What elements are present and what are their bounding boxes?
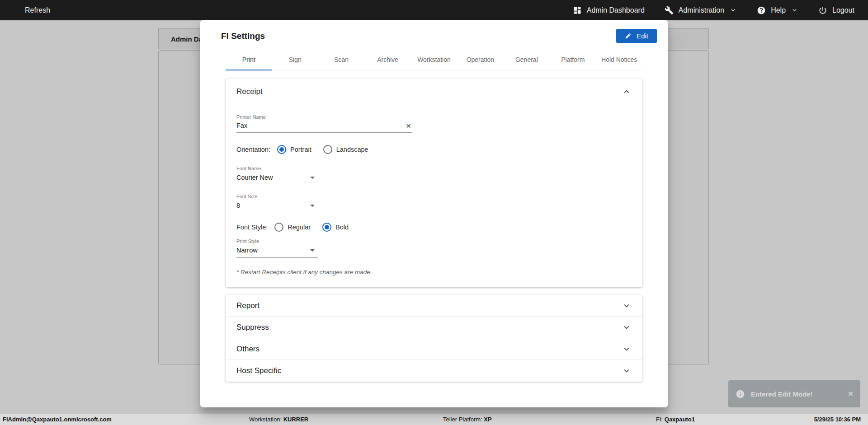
administration-label: Administration (679, 6, 724, 14)
printer-name-value: Fax (236, 122, 247, 129)
logout-button[interactable]: Logout (818, 6, 854, 15)
collapsed-sections-panel: Report Suppress Others Host Specific (226, 295, 642, 382)
tab-operation[interactable]: Operation (457, 49, 503, 70)
edit-button[interactable]: Edit (616, 29, 657, 43)
radio-selected-icon[interactable] (322, 223, 331, 232)
chevron-down-icon[interactable] (622, 322, 632, 332)
tab-sign[interactable]: Sign (272, 49, 318, 70)
status-teller-platform: Teller Platform: XP (443, 414, 492, 425)
status-workstation: Workstation: KURRER (249, 414, 308, 425)
section-report[interactable]: Report (226, 295, 642, 317)
chevron-down-icon (791, 6, 798, 14)
section-others[interactable]: Others (226, 338, 642, 360)
font-style-row: Font Style: Regular Bold (236, 223, 632, 232)
receipt-panel: Receipt Printer Name Fax × Orientation: … (226, 79, 642, 287)
dropdown-caret-icon (310, 205, 315, 207)
font-style-label: Font Style: (236, 224, 268, 231)
font-style-radio-regular[interactable]: Regular (274, 223, 311, 232)
tab-platform[interactable]: Platform (550, 49, 596, 70)
printer-name-label: Printer Name (236, 114, 632, 120)
power-icon (818, 6, 827, 15)
section-host-specific[interactable]: Host Specific (226, 360, 642, 382)
section-suppress[interactable]: Suppress (226, 317, 642, 338)
edit-button-label: Edit (637, 32, 648, 40)
font-name-select[interactable]: Courier New (236, 173, 318, 185)
font-name-value: Courier New (236, 174, 273, 181)
orientation-row: Orientation: Portrait Landscape (236, 145, 632, 154)
dashboard-grid-icon (573, 6, 582, 15)
fi-settings-dialog: FI Settings Edit Print Sign Scan Archive… (200, 20, 668, 407)
dialog-header: FI Settings Edit (200, 20, 668, 47)
admin-dashboard-menu[interactable]: Admin Dashboard (573, 6, 645, 15)
administration-menu[interactable]: Administration (665, 6, 737, 15)
font-size-select[interactable]: 8 (236, 201, 318, 213)
section-suppress-title: Suppress (236, 323, 269, 332)
radio-unselected-icon[interactable] (323, 145, 332, 154)
admin-dashboard-label: Admin Dashboard (587, 6, 645, 14)
teller-platform-label: Teller Platform: (443, 416, 484, 423)
section-host-specific-title: Host Specific (236, 366, 281, 375)
dropdown-caret-icon (310, 249, 315, 252)
settings-tab-bar: Print Sign Scan Archive Workstation Oper… (226, 49, 642, 70)
wrench-icon (665, 6, 674, 15)
chevron-down-icon[interactable] (622, 301, 632, 311)
font-style-radio-bold[interactable]: Bold (322, 223, 349, 232)
dialog-body: Receipt Printer Name Fax × Orientation: … (200, 70, 668, 407)
radio-selected-icon[interactable] (277, 145, 286, 154)
tab-hold-notices[interactable]: Hold Notices (596, 49, 642, 70)
orientation-radio-landscape[interactable]: Landscape (323, 145, 368, 154)
dialog-title: FI Settings (221, 31, 265, 41)
receipt-panel-header[interactable]: Receipt (226, 79, 642, 105)
orientation-portrait-label: Portrait (290, 146, 311, 153)
font-style-regular-label: Regular (288, 224, 311, 231)
logout-label: Logout (832, 6, 854, 14)
receipt-panel-content: Printer Name Fax × Orientation: Portrait… (226, 105, 642, 287)
tab-print[interactable]: Print (226, 49, 272, 70)
refresh-button[interactable]: Refresh (0, 6, 50, 14)
help-label: Help (771, 6, 786, 14)
tab-workstation[interactable]: Workstation (411, 49, 457, 70)
font-name-field: Font Name Courier New (236, 166, 632, 185)
tab-archive[interactable]: Archive (364, 49, 410, 70)
workstation-label: Workstation: (249, 416, 283, 423)
workstation-value: KURRER (283, 416, 309, 423)
restart-note: * Restart Receipts client if any changes… (236, 269, 632, 276)
orientation-radio-portrait[interactable]: Portrait (277, 145, 311, 154)
chevron-up-icon[interactable] (622, 87, 632, 97)
toast-notification: Entered Edit Mode! × (728, 380, 860, 407)
font-name-label: Font Name (236, 166, 632, 171)
orientation-label: Orientation: (236, 146, 270, 153)
chevron-down-icon[interactable] (622, 366, 632, 376)
print-style-select[interactable]: Narrow (236, 246, 318, 258)
status-bar: FiAdmin@Qaxpauto1.onmicrosoft.com Workst… (0, 414, 868, 425)
chevron-down-icon[interactable] (622, 344, 632, 354)
tab-scan[interactable]: Scan (318, 49, 364, 70)
toast-message: Entered Edit Mode! (751, 390, 813, 398)
status-user: FiAdmin@Qaxpauto1.onmicrosoft.com (3, 414, 112, 425)
status-datetime: 5/29/25 10:36 PM (814, 414, 861, 425)
fi-value: Qaxpauto1 (665, 416, 695, 423)
print-style-value: Narrow (236, 247, 258, 254)
print-style-field: Print Style Narrow (236, 238, 632, 258)
section-others-title: Others (236, 345, 259, 354)
tab-general[interactable]: General (504, 49, 550, 70)
clear-icon[interactable]: × (406, 123, 411, 129)
radio-unselected-icon[interactable] (274, 223, 283, 232)
help-icon (757, 6, 766, 15)
receipt-panel-title: Receipt (236, 87, 263, 96)
refresh-label: Refresh (25, 6, 50, 14)
font-size-field: Font Size 8 (236, 194, 632, 213)
edit-pencil-icon (625, 33, 632, 39)
status-fi: FI: Qaxpauto1 (656, 414, 695, 425)
section-report-title: Report (236, 301, 259, 310)
help-menu[interactable]: Help (757, 6, 798, 15)
top-navigation-bar: Refresh Admin Dashboard Administration H… (0, 0, 868, 20)
font-size-label: Font Size (236, 194, 632, 199)
printer-name-input[interactable]: Fax × (236, 122, 412, 133)
toast-close-icon[interactable]: × (848, 389, 853, 399)
print-style-label: Print Style (236, 238, 632, 244)
font-size-value: 8 (236, 202, 240, 209)
orientation-landscape-label: Landscape (336, 146, 368, 153)
font-style-bold-label: Bold (335, 224, 349, 231)
fi-label: FI: (656, 416, 665, 423)
